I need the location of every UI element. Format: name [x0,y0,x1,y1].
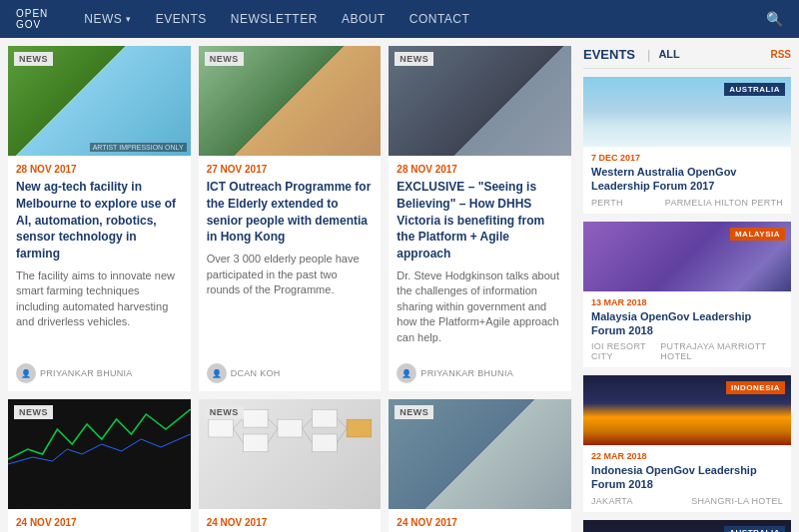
svg-rect-1 [243,409,268,427]
author-name: PRIYANKAR BHUNIA [40,368,133,378]
sidebar-header: EVENTS | ALL RSS [583,46,791,69]
event-body: 7 DEC 2017 Western Australia OpenGov Lea… [583,147,791,214]
svg-line-9 [268,418,278,428]
sidebar-title: EVENTS [583,47,635,62]
article-card: NEWS 24 NOV 2017 AU$8 million project in… [199,399,382,532]
logo-line2: GOV [16,19,48,30]
event-venue: PARMELIA HILTON PERTH [665,198,783,208]
article-badge: NEWS [205,52,244,66]
page-container: NEWS ARTIST IMPRESSION ONLY 28 NOV 2017 … [0,38,799,532]
event-venue: PUTRAJAYA MARRIOTT HOTEL [660,341,783,361]
event-date: 22 MAR 2018 [591,451,783,461]
author-avatar: 👤 [16,363,36,383]
svg-line-7 [233,418,243,428]
search-icon[interactable]: 🔍 [766,11,783,27]
svg-line-11 [302,418,312,428]
article-grid: NEWS ARTIST IMPRESSION ONLY 28 NOV 2017 … [0,38,579,532]
event-city: IOI RESORT CITY [591,341,660,361]
event-image: AUSTRALIA [583,520,791,532]
article-body: 24 NOV 2017 AU$8 million project in City… [199,509,382,532]
navigation: OPEN GOV NEWS ▾ EVENTS NEWSLETTER ABOUT … [0,0,799,38]
event-card: INDONESIA 22 MAR 2018 Indonesia OpenGov … [583,375,791,512]
article-body: 24 NOV 2017 International Robotics Chall… [389,509,571,532]
svg-line-13 [337,418,347,428]
nav-events[interactable]: EVENTS [144,0,219,38]
svg-line-8 [233,428,243,443]
svg-rect-2 [243,434,268,452]
article-badge: NEWS [395,52,433,66]
article-body: 28 NOV 2017 EXCLUSIVE – "Seeing is Belie… [389,156,571,391]
article-title[interactable]: New ag-tech facility in Melbourne to exp… [16,179,183,263]
event-date: 13 MAR 2018 [591,297,783,307]
article-image: NEWS [389,399,571,509]
event-card: AUSTRALIA 7 DEC 2017 Western Australia O… [583,77,791,214]
chevron-down-icon: ▾ [126,14,132,24]
article-badge: NEWS [14,405,53,419]
country-badge: INDONESIA [726,381,785,394]
article-excerpt: Dr. Steve Hodgkinson talks about the cha… [397,268,563,355]
event-city: JAKARTA [591,496,633,506]
svg-rect-5 [312,434,337,452]
svg-line-10 [268,428,278,443]
article-card: NEWS 24 NOV 2017 Securities Commission M… [8,399,191,532]
article-image: NEWS ARTIST IMPRESSION ONLY [8,46,191,156]
article-excerpt: Over 3 000 elderly people have participa… [207,252,374,355]
article-image: NEWS [199,399,382,509]
nav-menu: NEWS ▾ EVENTS NEWSLETTER ABOUT CONTACT 🔍 [72,0,783,38]
article-date: 24 NOV 2017 [397,517,563,528]
article-title[interactable]: ICT Outreach Programme for the Elderly e… [207,179,374,246]
tab-all[interactable]: ALL [654,46,683,62]
article-author: 👤 DCAN KOH [207,363,374,383]
svg-rect-0 [209,419,234,437]
country-badge: AUSTRALIA [724,83,785,96]
event-locations: JAKARTA SHANGRI-LA HOTEL [591,496,783,506]
event-card: MALAYSIA 13 MAR 2018 Malaysia OpenGov Le… [583,222,791,368]
event-body: 13 MAR 2018 Malaysia OpenGov Leadership … [583,291,791,368]
author-avatar: 👤 [207,363,227,383]
svg-line-14 [337,428,347,443]
article-title[interactable]: EXCLUSIVE – "Seeing is Believing" – How … [397,179,563,263]
event-title[interactable]: Indonesia OpenGov Leadership Forum 2018 [591,463,783,492]
watermark-text: ARTIST IMPRESSION ONLY [90,143,187,152]
article-date: 28 NOV 2017 [16,164,183,175]
article-date: 24 NOV 2017 [16,517,183,528]
author-name: PRIYANKAR BHUNIA [420,368,513,378]
event-venue: SHANGRI-LA HOTEL [691,496,783,506]
svg-rect-6 [347,419,372,437]
author-name: DCAN KOH [231,368,281,378]
article-badge: NEWS [205,405,244,419]
event-image: MALAYSIA [583,222,791,291]
article-excerpt: The facility aims to innovate new smart … [16,268,183,355]
nav-about[interactable]: ABOUT [330,0,398,38]
article-image: NEWS [389,46,571,156]
event-locations: PERTH PARMELIA HILTON PERTH [591,198,783,208]
event-body: 22 MAR 2018 Indonesia OpenGov Leadership… [583,445,791,512]
event-card: AUSTRALIA 10 APR 2018 Canberra OpenGov L… [583,520,791,532]
country-badge: AUSTRALIA [724,526,785,532]
country-badge: MALAYSIA [730,228,785,241]
event-locations: IOI RESORT CITY PUTRAJAYA MARRIOTT HOTEL [591,341,783,361]
article-card: NEWS ARTIST IMPRESSION ONLY 28 NOV 2017 … [8,46,191,391]
article-date: 24 NOV 2017 [207,517,374,528]
article-body: 27 NOV 2017 ICT Outreach Programme for t… [199,156,382,391]
event-title[interactable]: Western Australia OpenGov Leadership For… [591,165,783,194]
svg-line-12 [302,428,312,443]
event-date: 7 DEC 2017 [591,153,783,163]
nav-newsletter[interactable]: NEWSLETTER [219,0,330,38]
nav-news[interactable]: NEWS ▾ [72,0,144,38]
article-card: NEWS 27 NOV 2017 ICT Outreach Programme … [199,46,382,391]
nav-contact[interactable]: CONTACT [398,0,482,38]
site-logo[interactable]: OPEN GOV [16,8,48,30]
svg-rect-3 [278,419,303,437]
event-city: PERTH [591,198,623,208]
article-image: NEWS [199,46,382,156]
article-date: 27 NOV 2017 [207,164,374,175]
article-body: 24 NOV 2017 Securities Commission Malays… [8,509,191,532]
article-date: 28 NOV 2017 [397,164,563,175]
article-badge: NEWS [14,52,53,66]
article-author: 👤 PRIYANKAR BHUNIA [397,363,563,383]
logo-line1: OPEN [16,8,48,19]
event-title[interactable]: Malaysia OpenGov Leadership Forum 2018 [591,309,783,338]
events-sidebar: EVENTS | ALL RSS AUSTRALIA 7 DEC 2017 We… [579,38,799,532]
rss-link[interactable]: RSS [770,49,791,60]
